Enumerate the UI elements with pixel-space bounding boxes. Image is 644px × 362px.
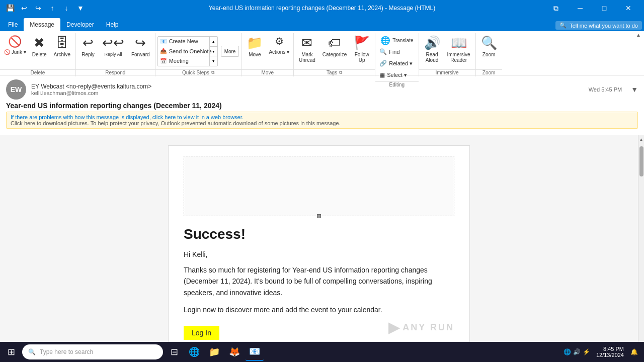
maximize-btn[interactable]: □ [593,0,616,16]
info-bar-line2: Click here to download pictures. To help… [11,120,633,126]
customize-btn[interactable]: ▼ [74,2,87,14]
related-icon: 🔗 [379,60,387,67]
undo-btn[interactable]: ↩ [18,2,30,14]
info-bar-link1[interactable]: If there are problems with how this mess… [11,114,244,120]
taskbar-search[interactable]: 🔍 Type here to search [22,344,163,359]
redo-btn[interactable]: ↪ [32,2,44,14]
anyrun-logo-icon: ▶ [388,319,400,336]
select-button[interactable]: ▦ Select ▾ [377,69,415,80]
ribbon-group-zoom: 🔍 Zoom Zoom [476,33,502,76]
zoom-icon: 🔍 [481,35,497,51]
email-from-row: EW EY Webcast <no-reply@events.kaltura.c… [6,79,638,100]
restore-btn[interactable]: ⧉ [544,0,568,16]
tab-developer[interactable]: Developer [60,18,100,31]
image-resize-handle[interactable] [317,214,321,218]
qs-scroll-up[interactable]: ▲ [210,37,217,47]
follow-up-label: FollowUp [355,52,369,63]
main-content: EW EY Webcast <no-reply@events.kaltura.c… [0,75,644,347]
follow-up-button[interactable]: 🚩 FollowUp [351,34,373,68]
window-title: Year-end US information reporting change… [209,5,435,12]
email-body-text: Thanks so much for registering for Year-… [184,264,454,298]
quick-step-meeting[interactable]: 📅 Meeting [158,56,217,66]
scroll-thumb[interactable] [639,146,643,176]
move-icon: 📁 [247,35,263,51]
edge-browser-btn[interactable]: 🌐 [185,343,203,361]
related-button[interactable]: 🔗 Related ▾ [377,58,415,69]
minimize-btn[interactable]: ─ [569,0,592,16]
create-new-icon: 📧 [160,38,167,45]
battery-icon: ⚡ [583,348,590,355]
up-btn[interactable]: ↑ [46,2,58,14]
meeting-icon: 📅 [160,58,167,64]
delete-icon: ✖ [34,35,45,51]
network-icon: 🌐 [564,348,571,355]
ribbon-group-respond: ↩ Reply ↩↩ Reply All ↪ Forward Respond [76,33,155,76]
immersive-reader-button[interactable]: 📖 ImmersiveReader [444,34,473,68]
notification-btn[interactable]: 🔔 [626,343,642,361]
find-button[interactable]: 🔍 Find [377,46,415,57]
forward-button[interactable]: ↪ Forward [128,34,153,68]
close-btn[interactable]: ✕ [617,0,640,16]
tab-help[interactable]: Help [100,18,125,31]
mark-unread-button[interactable]: ✉ MarkUnread [296,34,318,68]
zoom-button[interactable]: 🔍 Zoom [478,34,500,68]
scroll-track [638,143,645,339]
email-from: EY Webcast <no-reply@events.kaltura.com> [31,83,584,90]
email-body-inner: Success! Hi Kelli, Thanks so much for re… [168,145,470,346]
actions-icon: ⚙ [275,35,284,47]
outlook-btn[interactable]: 📧 [246,343,264,361]
mark-unread-label: MarkUnread [299,52,315,63]
quicksteps-expand-icon[interactable]: ⧉ [211,70,214,75]
info-bar-line1: If there are problems with how this mess… [11,114,633,120]
email-image-placeholder [184,156,454,216]
save-icon-btn[interactable]: 💾 [4,2,16,14]
email-login-prompt: Login now to discover more and add the e… [184,304,454,315]
immersive-reader-icon: 📖 [451,35,467,51]
info-bar: If there are problems with how this mess… [6,112,638,129]
more-button[interactable]: More [221,46,239,57]
taskbar-date-display: 12/13/2024 [596,352,624,358]
success-heading: Success! [184,226,454,242]
reply-all-button[interactable]: ↩↩ Reply All [99,34,127,68]
ribbon-search-box[interactable]: 🔍 Tell me what you want to do [555,21,642,30]
tags-expand-icon[interactable]: ⧉ [339,70,342,75]
login-button[interactable]: Log In [184,326,219,340]
read-aloud-button[interactable]: 🔊 ReadAloud [421,34,443,68]
qs-scroll-mid[interactable]: ▼ [210,47,217,57]
ribbon-collapse-btn[interactable]: ▲ [633,31,644,39]
junk-icon: 🚫 [8,35,22,48]
delete-button[interactable]: ✖ Delete [29,34,50,68]
categorize-icon: 🏷 [328,35,341,51]
tab-message[interactable]: Message [24,18,60,31]
scroll-up-arrow[interactable]: ▲ [638,135,645,143]
firefox-btn[interactable]: 🦊 [225,343,244,361]
delete-group-label: Delete [0,69,75,76]
immersive-group-label: Immersive [419,69,475,76]
quicksteps-group-label: Quick Steps ⧉ [155,69,242,76]
tab-file[interactable]: File [2,18,24,31]
move-button[interactable]: 📁 Move [244,34,266,68]
task-view-btn[interactable]: ⊟ [165,343,183,361]
zoom-group-label: Zoom [476,69,502,76]
mark-unread-icon: ✉ [301,35,312,51]
down-btn[interactable]: ↓ [60,2,72,14]
quick-step-send-onenote[interactable]: 📤 Send to OneNote [158,46,217,56]
start-button[interactable]: ⊞ [2,343,20,361]
archive-button[interactable]: 🗄 Archive [51,34,73,68]
qs-scroll-down[interactable]: ▼ [210,56,217,66]
quick-step-create-new[interactable]: 📧 Create New [158,37,217,46]
forward-icon: ↪ [135,35,146,51]
categorize-button[interactable]: 🏷 Categorize [319,34,350,68]
categorize-label: Categorize [323,52,347,57]
translate-button[interactable]: 🌐 Translate [377,35,416,45]
junk-button[interactable]: 🚫 🚫 Junk ▾ [2,34,28,67]
archive-icon: 🗄 [55,35,68,51]
ribbon-group-delete: 🚫 🚫 Junk ▾ ✖ Delete 🗄 Archive Delete [0,33,76,76]
expand-header-btn[interactable]: ▼ [631,85,638,94]
reply-label: Reply [82,52,95,57]
actions-button[interactable]: ⚙ Actions ▾ [267,34,291,67]
ribbon-search-placeholder: Tell me what you want to do [570,23,638,29]
taskbar-time-display: 8:45 PM [596,346,624,352]
file-explorer-btn[interactable]: 📁 [205,343,223,361]
reply-button[interactable]: ↩ Reply [78,34,98,68]
